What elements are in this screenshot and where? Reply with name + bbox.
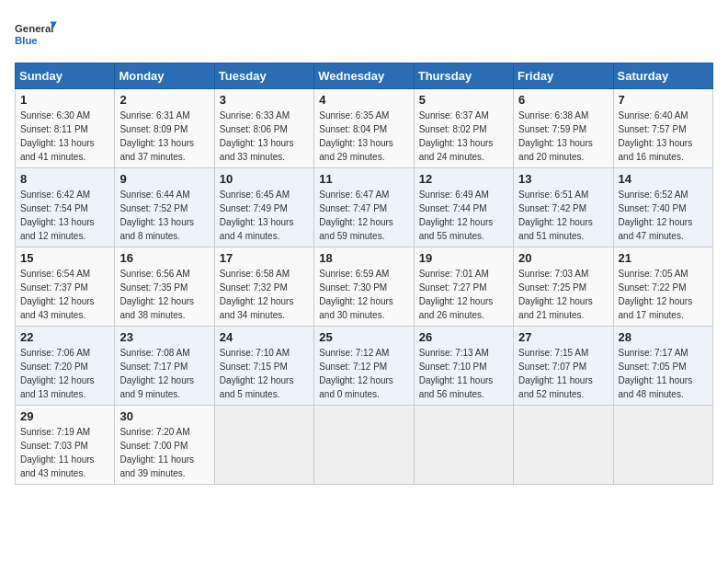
calendar-week-4: 22Sunrise: 7:06 AMSunset: 7:20 PMDayligh… [16,327,713,406]
day-number: 20 [518,251,608,265]
day-number: 17 [220,251,309,265]
calendar-cell: 2Sunrise: 6:31 AMSunset: 8:09 PMDaylight… [115,89,214,168]
day-number: 13 [518,172,608,186]
day-number: 9 [119,172,209,186]
day-number: 24 [220,330,309,344]
logo-svg: General Blue [15,15,61,53]
day-number: 29 [20,409,109,423]
day-number: 11 [319,172,408,186]
day-info: Sunrise: 6:30 AMSunset: 8:11 PMDaylight:… [20,109,109,164]
weekday-header-wednesday: Wednesday [314,63,414,89]
day-info: Sunrise: 7:10 AMSunset: 7:15 PMDaylight:… [220,346,309,401]
day-number: 8 [20,172,109,186]
calendar-cell: 14Sunrise: 6:52 AMSunset: 7:40 PMDayligh… [613,168,712,247]
calendar-cell: 28Sunrise: 7:17 AMSunset: 7:05 PMDayligh… [613,327,712,406]
day-info: Sunrise: 6:40 AMSunset: 7:57 PMDaylight:… [619,109,708,164]
weekday-header-thursday: Thursday [414,63,513,89]
day-number: 23 [119,330,209,344]
calendar-cell: 24Sunrise: 7:10 AMSunset: 7:15 PMDayligh… [214,327,313,406]
calendar-cell: 30Sunrise: 7:20 AMSunset: 7:00 PMDayligh… [115,406,214,485]
calendar-cell: 7Sunrise: 6:40 AMSunset: 7:57 PMDaylight… [613,89,712,168]
calendar-week-1: 1Sunrise: 6:30 AMSunset: 8:11 PMDaylight… [16,89,713,168]
weekday-header-tuesday: Tuesday [214,63,313,89]
day-number: 30 [119,409,209,423]
calendar-cell: 13Sunrise: 6:51 AMSunset: 7:42 PMDayligh… [514,168,613,247]
day-number: 4 [319,93,408,107]
day-info: Sunrise: 6:54 AMSunset: 7:37 PMDaylight:… [20,267,109,322]
day-number: 7 [619,93,708,107]
calendar-cell: 10Sunrise: 6:45 AMSunset: 7:49 PMDayligh… [214,168,313,247]
day-info: Sunrise: 7:08 AMSunset: 7:17 PMDaylight:… [119,346,209,401]
calendar-week-3: 15Sunrise: 6:54 AMSunset: 7:37 PMDayligh… [16,247,713,327]
calendar-cell: 29Sunrise: 7:19 AMSunset: 7:03 PMDayligh… [16,406,115,485]
day-number: 19 [419,251,508,265]
calendar-cell: 20Sunrise: 7:03 AMSunset: 7:25 PMDayligh… [514,247,613,327]
day-info: Sunrise: 7:01 AMSunset: 7:27 PMDaylight:… [419,267,508,322]
day-info: Sunrise: 7:05 AMSunset: 7:22 PMDaylight:… [619,267,708,322]
day-number: 3 [220,93,309,107]
calendar-cell: 26Sunrise: 7:13 AMSunset: 7:10 PMDayligh… [414,327,513,406]
day-number: 21 [619,251,708,265]
calendar-cell: 1Sunrise: 6:30 AMSunset: 8:11 PMDaylight… [16,89,115,168]
day-number: 26 [419,330,508,344]
calendar-cell: 22Sunrise: 7:06 AMSunset: 7:20 PMDayligh… [16,327,115,406]
day-number: 22 [20,330,109,344]
day-info: Sunrise: 7:06 AMSunset: 7:20 PMDaylight:… [20,346,109,401]
day-info: Sunrise: 6:47 AMSunset: 7:47 PMDaylight:… [319,188,408,243]
day-info: Sunrise: 6:56 AMSunset: 7:35 PMDaylight:… [119,267,209,322]
svg-text:General: General [15,23,53,34]
day-info: Sunrise: 7:13 AMSunset: 7:10 PMDaylight:… [419,346,508,401]
day-info: Sunrise: 7:19 AMSunset: 7:03 PMDaylight:… [20,425,109,480]
day-info: Sunrise: 7:20 AMSunset: 7:00 PMDaylight:… [119,425,209,480]
calendar-cell: 9Sunrise: 6:44 AMSunset: 7:52 PMDaylight… [115,168,214,247]
calendar-cell: 16Sunrise: 6:56 AMSunset: 7:35 PMDayligh… [115,247,214,327]
calendar-cell [214,406,313,485]
day-info: Sunrise: 7:17 AMSunset: 7:05 PMDaylight:… [619,346,708,401]
day-info: Sunrise: 7:12 AMSunset: 7:12 PMDaylight:… [319,346,408,401]
calendar-cell: 23Sunrise: 7:08 AMSunset: 7:17 PMDayligh… [115,327,214,406]
calendar-week-5: 29Sunrise: 7:19 AMSunset: 7:03 PMDayligh… [16,406,713,485]
day-number: 2 [119,93,209,107]
day-number: 25 [319,330,408,344]
calendar-cell: 17Sunrise: 6:58 AMSunset: 7:32 PMDayligh… [214,247,313,327]
day-info: Sunrise: 6:45 AMSunset: 7:49 PMDaylight:… [220,188,309,243]
day-info: Sunrise: 6:33 AMSunset: 8:06 PMDaylight:… [220,109,309,164]
day-number: 14 [619,172,708,186]
day-number: 1 [20,93,109,107]
page-header: General Blue [15,15,713,53]
calendar-cell [613,406,712,485]
day-number: 12 [419,172,508,186]
calendar-cell: 8Sunrise: 6:42 AMSunset: 7:54 PMDaylight… [16,168,115,247]
day-info: Sunrise: 6:49 AMSunset: 7:44 PMDaylight:… [419,188,508,243]
calendar-cell: 6Sunrise: 6:38 AMSunset: 7:59 PMDaylight… [514,89,613,168]
weekday-header-monday: Monday [115,63,214,89]
day-info: Sunrise: 6:52 AMSunset: 7:40 PMDaylight:… [619,188,708,243]
calendar-cell: 11Sunrise: 6:47 AMSunset: 7:47 PMDayligh… [314,168,414,247]
day-info: Sunrise: 6:31 AMSunset: 8:09 PMDaylight:… [119,109,209,164]
calendar-cell: 12Sunrise: 6:49 AMSunset: 7:44 PMDayligh… [414,168,513,247]
day-info: Sunrise: 6:37 AMSunset: 8:02 PMDaylight:… [419,109,508,164]
day-number: 10 [220,172,309,186]
calendar-cell: 19Sunrise: 7:01 AMSunset: 7:27 PMDayligh… [414,247,513,327]
day-number: 27 [518,330,608,344]
svg-text:Blue: Blue [15,35,38,46]
day-number: 18 [319,251,408,265]
calendar-week-2: 8Sunrise: 6:42 AMSunset: 7:54 PMDaylight… [16,168,713,247]
day-info: Sunrise: 6:35 AMSunset: 8:04 PMDaylight:… [319,109,408,164]
weekday-header-saturday: Saturday [613,63,712,89]
calendar-cell [414,406,513,485]
calendar-cell: 4Sunrise: 6:35 AMSunset: 8:04 PMDaylight… [314,89,414,168]
weekday-header-sunday: Sunday [16,63,115,89]
day-number: 28 [619,330,708,344]
calendar-cell [314,406,414,485]
calendar-cell [514,406,613,485]
day-info: Sunrise: 6:59 AMSunset: 7:30 PMDaylight:… [319,267,408,322]
day-info: Sunrise: 6:42 AMSunset: 7:54 PMDaylight:… [20,188,109,243]
calendar-table: SundayMondayTuesdayWednesdayThursdayFrid… [15,63,713,485]
weekday-header-friday: Friday [514,63,613,89]
day-info: Sunrise: 7:03 AMSunset: 7:25 PMDaylight:… [518,267,608,322]
calendar-cell: 25Sunrise: 7:12 AMSunset: 7:12 PMDayligh… [314,327,414,406]
calendar-cell: 15Sunrise: 6:54 AMSunset: 7:37 PMDayligh… [16,247,115,327]
calendar-cell: 3Sunrise: 6:33 AMSunset: 8:06 PMDaylight… [214,89,313,168]
calendar-cell: 5Sunrise: 6:37 AMSunset: 8:02 PMDaylight… [414,89,513,168]
